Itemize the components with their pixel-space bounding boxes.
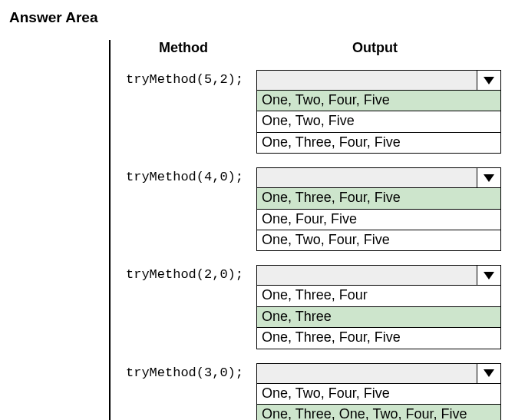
output-cell: One, Two, Four, Five One, Two, Five One,… xyxy=(256,70,501,154)
dropdown-option[interactable]: One, Two, Four, Five xyxy=(256,91,501,111)
method-label: tryMethod(3,0); xyxy=(111,363,256,380)
dropdown-option[interactable]: One, Three xyxy=(256,307,501,328)
svg-marker-2 xyxy=(484,272,494,279)
dropdown-option[interactable]: One, Three, One, Two, Four, Five xyxy=(256,405,501,420)
answer-row: tryMethod(4,0); One, Three, Four, Five O… xyxy=(111,167,501,251)
dropdown-value xyxy=(257,168,477,187)
output-dropdown[interactable] xyxy=(256,167,501,188)
header-row: Method Output xyxy=(111,40,501,56)
dropdown-value xyxy=(257,71,477,90)
chevron-down-icon[interactable] xyxy=(477,168,500,187)
answer-grid: Method Output tryMethod(5,2); One, Two, … xyxy=(111,40,515,420)
chevron-down-icon[interactable] xyxy=(477,71,500,90)
dropdown-option[interactable]: One, Three, Four, Five xyxy=(256,188,501,209)
answer-row: tryMethod(2,0); One, Three, Four One, Th… xyxy=(111,265,501,349)
svg-marker-3 xyxy=(484,369,494,377)
output-cell: One, Two, Four, Five One, Three, One, Tw… xyxy=(256,363,501,420)
method-label: tryMethod(2,0); xyxy=(111,265,256,282)
dropdown-value xyxy=(257,364,477,383)
output-dropdown[interactable] xyxy=(256,70,501,91)
answer-row: tryMethod(5,2); One, Two, Four, Five One… xyxy=(111,70,501,154)
svg-marker-0 xyxy=(484,77,494,84)
chevron-down-icon[interactable] xyxy=(477,266,500,285)
output-dropdown[interactable] xyxy=(256,265,501,286)
svg-marker-1 xyxy=(484,174,494,182)
output-cell: One, Three, Four One, Three One, Three, … xyxy=(256,265,501,349)
output-dropdown[interactable] xyxy=(256,363,501,384)
header-output: Output xyxy=(249,40,501,56)
dropdown-option[interactable]: One, Three, Four, Five xyxy=(256,328,501,349)
page-title: Answer Area xyxy=(9,9,515,26)
dropdown-option[interactable]: One, Two, Five xyxy=(256,111,501,132)
header-method: Method xyxy=(111,40,249,56)
dropdown-option[interactable]: One, Three, Four, Five xyxy=(256,133,501,154)
dropdown-option[interactable]: One, Two, Four, Five xyxy=(256,384,501,405)
dropdown-option[interactable]: One, Two, Four, Five xyxy=(256,230,501,251)
output-cell: One, Three, Four, Five One, Four, Five O… xyxy=(256,167,501,251)
dropdown-option[interactable]: One, Three, Four xyxy=(256,286,501,306)
dropdown-option[interactable]: One, Four, Five xyxy=(256,210,501,230)
chevron-down-icon[interactable] xyxy=(477,364,500,383)
answer-row: tryMethod(3,0); One, Two, Four, Five One… xyxy=(111,363,501,420)
method-label: tryMethod(4,0); xyxy=(111,167,256,184)
method-label: tryMethod(5,2); xyxy=(111,70,256,87)
dropdown-value xyxy=(257,266,477,285)
content-area: Method Output tryMethod(5,2); One, Two, … xyxy=(9,40,515,420)
